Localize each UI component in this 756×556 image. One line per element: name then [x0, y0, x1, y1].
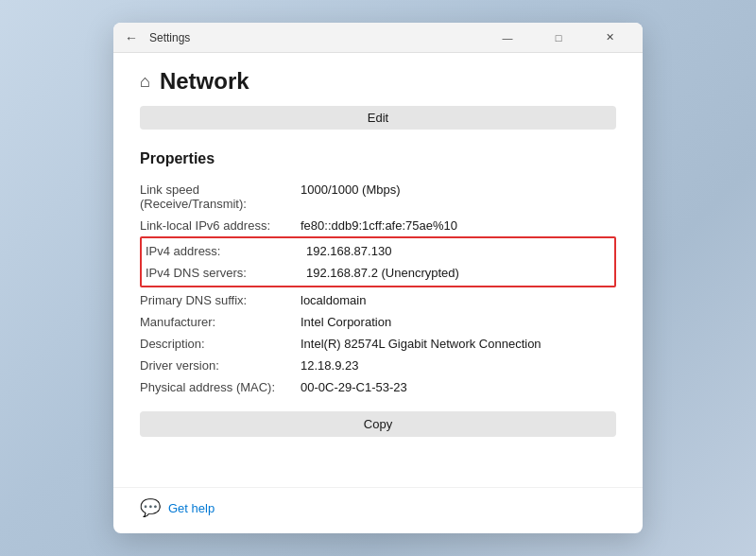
property-value: localdomain [301, 293, 616, 307]
table-row: Link speed (Receive/Transmit):1000/1000 … [140, 179, 616, 215]
property-label: Driver version: [140, 358, 301, 373]
property-label: Primary DNS suffix: [140, 293, 301, 307]
property-label: IPv4 DNS servers: [146, 266, 306, 280]
property-value: Intel(R) 82574L Gigabit Network Connecti… [301, 337, 616, 351]
footer: 💬 Get help [113, 487, 643, 533]
property-label: IPv4 address: [146, 244, 306, 258]
property-value: fe80::ddb9:1cff:afe:75ae%10 [301, 218, 616, 233]
property-value: 12.18.9.23 [301, 358, 616, 373]
property-value: 192.168.87.130 [306, 244, 610, 258]
property-label: Physical address (MAC): [140, 380, 301, 394]
titlebar: ← Settings — □ ✕ [113, 23, 643, 53]
table-row: Link-local IPv6 address:fe80::ddb9:1cff:… [140, 215, 616, 236]
property-label: Description: [140, 337, 301, 351]
back-button[interactable]: ← [125, 30, 138, 45]
property-label: Manufacturer: [140, 315, 301, 329]
highlighted-properties-group: IPv4 address:192.168.87.130IPv4 DNS serv… [140, 236, 616, 287]
table-row: Manufacturer:Intel Corporation [140, 311, 616, 333]
minimize-button[interactable]: — [486, 23, 529, 53]
edit-button[interactable]: Edit [140, 106, 616, 130]
copy-button[interactable]: Copy [140, 411, 616, 437]
properties-table: Link speed (Receive/Transmit):1000/1000 … [140, 179, 616, 398]
settings-window: ← Settings — □ ✕ ⌂ Network Edit Properti… [113, 23, 643, 533]
table-row: IPv4 DNS servers:192.168.87.2 (Unencrypt… [146, 262, 610, 284]
table-row: Description:Intel(R) 82574L Gigabit Netw… [140, 333, 616, 355]
main-content: ⌂ Network Edit Properties Link speed (Re… [113, 53, 643, 487]
table-row: Physical address (MAC):00-0C-29-C1-53-23 [140, 376, 616, 398]
table-row: Primary DNS suffix:localdomain [140, 289, 616, 311]
close-button[interactable]: ✕ [588, 23, 631, 53]
property-label: Link speed (Receive/Transmit): [140, 182, 301, 211]
property-label: Link-local IPv6 address: [140, 218, 301, 233]
table-row: IPv4 address:192.168.87.130 [146, 240, 610, 262]
page-title: Network [160, 68, 249, 95]
maximize-button[interactable]: □ [537, 23, 580, 53]
page-header: ⌂ Network [140, 53, 616, 106]
property-value: 00-0C-29-C1-53-23 [301, 380, 616, 394]
get-help-link[interactable]: Get help [168, 501, 215, 515]
table-row: Driver version:12.18.9.23 [140, 355, 616, 376]
window-controls: — □ ✕ [486, 23, 631, 53]
home-icon: ⌂ [140, 72, 150, 92]
property-value: Intel Corporation [301, 315, 616, 329]
property-value: 1000/1000 (Mbps) [301, 182, 616, 197]
window-title: Settings [149, 31, 486, 44]
help-icon: 💬 [140, 497, 161, 518]
property-value: 192.168.87.2 (Unencrypted) [306, 266, 610, 280]
section-title: Properties [140, 150, 616, 167]
